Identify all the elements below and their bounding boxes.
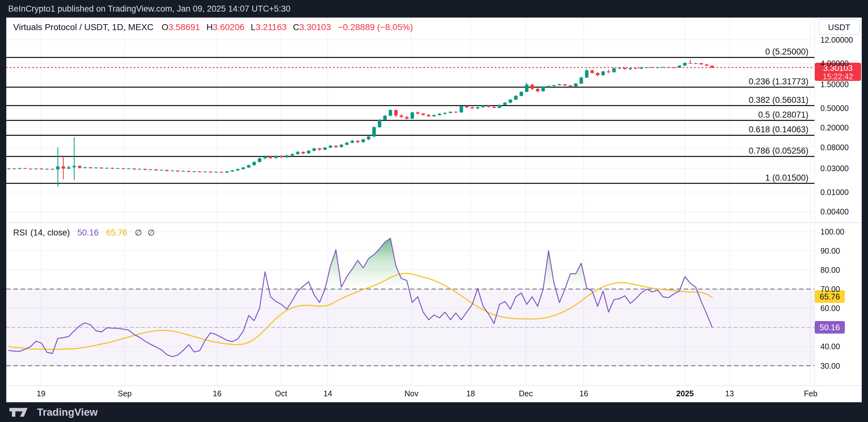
time-axis-tick: 13 — [725, 389, 734, 398]
rsi-value: 50.16 — [78, 228, 99, 238]
price-chart-canvas[interactable] — [0, 0, 868, 422]
fib-level-label: 0.786 (0.05256) — [749, 146, 808, 156]
time-axis-tick: 2025 — [676, 389, 694, 398]
price-axis-tick: 0.01000 — [820, 188, 848, 197]
rsi-title: RSI — [13, 228, 27, 238]
footer-brand[interactable]: TradingView — [37, 406, 98, 418]
rsi-axis-tick: 70.00 — [820, 285, 840, 294]
rsi-axis-tick: 100.00 — [820, 227, 844, 236]
fib-level-label: 0.382 (0.56031) — [749, 95, 808, 105]
fib-level-label: 0.236 (1.31773) — [749, 77, 808, 87]
price-axis-tick: 0.03000 — [820, 164, 848, 173]
tradingview-screenshot: BeInCrypto1 published on TradingView.com… — [0, 0, 868, 422]
empty-set-icon: ∅ — [135, 228, 142, 238]
rsi-params: (14, close) — [30, 228, 70, 238]
time-axis-tick: Feb — [804, 389, 817, 398]
ohlc-high: H3.60206 — [207, 22, 244, 32]
fib-level-label: 1 (0.01500) — [765, 173, 808, 183]
fib-level-label: 0.5 (0.28071) — [758, 110, 808, 120]
rsi-value-badge: 50.16 — [815, 321, 845, 334]
currency-toggle[interactable]: USDT — [818, 20, 860, 35]
time-axis-tick: 16 — [213, 389, 221, 398]
time-axis-tick: 14 — [323, 389, 332, 398]
symbol-title[interactable]: Virtuals Protocol / USDT, 1D, MEXC — [13, 22, 154, 32]
ohlc-open: O3.58691 — [162, 22, 200, 32]
time-axis-tick: Dec — [519, 389, 533, 398]
ohlc-low: L3.21163 — [251, 22, 287, 32]
price-axis-tick: 12.00000 — [820, 35, 853, 44]
price-axis-tick: 1.50000 — [820, 80, 848, 89]
price-axis-tick: 0.00400 — [820, 207, 848, 216]
price-axis-tick: 0.50000 — [820, 104, 848, 113]
rsi-axis-tick: 30.00 — [820, 361, 840, 370]
fib-level-label: 0 (5.25000) — [765, 47, 808, 57]
change-value: −0.28889 (−8.05%) — [338, 22, 413, 32]
time-axis-tick: 16 — [580, 389, 588, 398]
rsi-ma-value: 65.76 — [106, 228, 127, 238]
rsi-axis-tick: 90.00 — [820, 246, 840, 255]
time-axis-tick: Sep — [118, 389, 132, 398]
ohlc-close: C3.30103 — [293, 22, 331, 32]
fib-level-label: 0.618 (0.14063) — [749, 125, 808, 134]
rsi-axis-tick: 80.00 — [820, 266, 840, 275]
time-axis-tick: Nov — [405, 389, 418, 398]
symbol-header[interactable]: Virtuals Protocol / USDT, 1D, MEXC O3.58… — [13, 22, 413, 33]
empty-set-icon: ∅ — [148, 228, 155, 238]
tradingview-logo-icon[interactable] — [9, 408, 28, 417]
rsi-axis-tick: 60.00 — [820, 304, 840, 313]
bar-countdown: 15:22:42 — [815, 73, 861, 81]
footer-bar: TradingView — [0, 402, 868, 422]
price-axis-tick: 0.20000 — [820, 123, 848, 132]
time-axis-tick: Oct — [275, 389, 287, 398]
time-axis-tick: 19 — [37, 389, 45, 398]
price-axis-tick: 0.08000 — [820, 143, 848, 152]
rsi-axis-tick: 40.00 — [820, 342, 840, 351]
time-axis-tick: 18 — [466, 389, 475, 398]
rsi-legend[interactable]: RSI (14, close) 50.16 65.76 ∅ ∅ — [13, 228, 160, 238]
price-axis-tick: 4.00000 — [820, 59, 848, 68]
